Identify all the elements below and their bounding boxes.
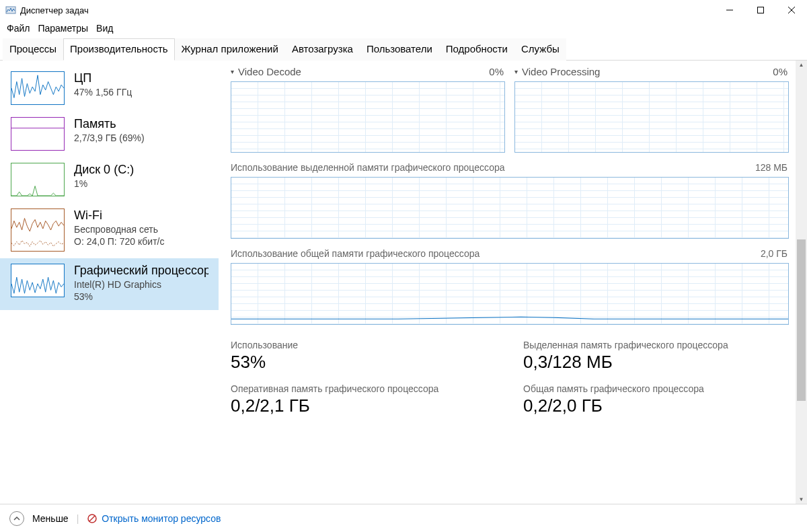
video-decode-label[interactable]: Video Decode	[238, 66, 489, 77]
tabs: Процессы Производительность Журнал прило…	[0, 38, 807, 61]
sidebar: ЦП 47% 1,56 ГГц Память 2,7/3,9 ГБ (69%)	[0, 61, 219, 504]
gpu-thumb-chart	[11, 264, 65, 297]
scrollbar-thumb[interactable]	[797, 239, 806, 401]
chevron-down-icon[interactable]: ▾	[231, 68, 234, 75]
dedicated-mem-max: 128 МБ	[755, 162, 787, 173]
open-resource-monitor-link[interactable]: Открыть монитор ресурсов	[87, 513, 221, 524]
svg-rect-2	[758, 7, 764, 13]
video-decode-value: 0%	[489, 66, 504, 77]
stat-shared-value: 0,2/2,0 ГБ	[523, 395, 789, 416]
tab-startup[interactable]: Автозагрузка	[285, 38, 360, 61]
vertical-scrollbar[interactable]: ▲ ▼	[796, 61, 807, 504]
tab-services[interactable]: Службы	[514, 38, 566, 61]
stat-dedicated-value: 0,3/128 МБ	[523, 352, 789, 373]
dedicated-mem-graph[interactable]	[231, 177, 789, 239]
chevron-down-icon[interactable]: ▾	[514, 68, 518, 75]
memory-sub: 2,7/3,9 ГБ (69%)	[74, 132, 145, 145]
titlebar: Диспетчер задач	[0, 0, 807, 20]
menubar: Файл Параметры Вид	[0, 20, 807, 38]
sidebar-item-disk[interactable]: Диск 0 (C:) 1%	[0, 157, 219, 203]
tab-users[interactable]: Пользователи	[360, 38, 439, 61]
scroll-up-icon[interactable]: ▲	[799, 62, 804, 68]
scroll-down-icon[interactable]: ▼	[799, 496, 804, 502]
sidebar-item-wifi[interactable]: Wi-Fi Беспроводная сеть О: 24,0 П: 720 к…	[0, 203, 219, 258]
cpu-sub: 47% 1,56 ГГц	[74, 86, 132, 99]
minimize-button[interactable]	[714, 0, 745, 20]
tab-processes[interactable]: Процессы	[3, 38, 63, 61]
close-button[interactable]	[776, 0, 807, 20]
video-processing-label[interactable]: Video Processing	[522, 66, 773, 77]
body: ЦП 47% 1,56 ГГц Память 2,7/3,9 ГБ (69%)	[0, 61, 807, 504]
disk-title: Диск 0 (C:)	[74, 163, 134, 178]
stat-utilization-label: Использование	[231, 340, 496, 350]
memory-thumb-chart	[11, 117, 65, 151]
open-resource-monitor-label: Открыть монитор ресурсов	[102, 513, 221, 524]
video-processing-value: 0%	[773, 66, 787, 77]
tab-performance[interactable]: Производительность	[63, 38, 175, 61]
cpu-thumb-chart	[11, 71, 65, 105]
sidebar-item-cpu[interactable]: ЦП 47% 1,56 ГГц	[0, 66, 219, 112]
video-decode-graph[interactable]	[231, 81, 505, 153]
tab-details[interactable]: Подробности	[439, 38, 514, 61]
app-icon	[5, 5, 16, 15]
cpu-title: ЦП	[74, 71, 132, 86]
wifi-sub2: О: 24,0 П: 720 кбит/с	[74, 235, 164, 248]
stat-gpuram-value: 0,2/2,1 ГБ	[231, 395, 496, 416]
shared-mem-graph[interactable]	[231, 263, 789, 325]
chevron-up-icon	[13, 515, 20, 522]
disk-sub: 1%	[74, 178, 134, 190]
wifi-title: Wi-Fi	[74, 208, 164, 223]
fewer-details-label[interactable]: Меньше	[32, 513, 69, 524]
menu-view[interactable]: Вид	[96, 23, 113, 34]
gpu-sub: Intel(R) HD Graphics	[74, 278, 208, 291]
menu-file[interactable]: Файл	[7, 23, 30, 34]
wifi-sub: Беспроводная сеть	[74, 223, 164, 236]
stat-dedicated-label: Выделенная память графического процессор…	[523, 340, 789, 350]
sidebar-item-gpu[interactable]: Графический процессор 0 Intel(R) HD Grap…	[0, 258, 219, 310]
menu-options[interactable]: Параметры	[38, 23, 88, 34]
detail-scroll: ▾ Video Decode 0% ▾ Video Processing 0%	[219, 61, 796, 504]
stat-utilization-value: 53%	[231, 352, 496, 373]
tab-app-history[interactable]: Журнал приложений	[175, 38, 285, 61]
collapse-button[interactable]	[9, 511, 24, 526]
video-processing-graph[interactable]	[514, 81, 789, 153]
stats-grid: Использование 53% Оперативная память гра…	[231, 325, 789, 434]
wifi-thumb-chart	[11, 208, 65, 252]
details-panel: ▾ Video Decode 0% ▾ Video Processing 0%	[219, 61, 807, 504]
shared-mem-label: Использование общей памяти графического …	[231, 248, 761, 259]
gpu-title: Графический процессор 0	[74, 264, 208, 278]
disk-thumb-chart	[11, 163, 65, 196]
svg-line-7	[89, 516, 95, 521]
window-title: Диспетчер задач	[20, 5, 89, 15]
separator: |	[77, 513, 79, 524]
maximize-button[interactable]	[745, 0, 776, 20]
footer: Меньше | Открыть монитор ресурсов	[0, 504, 807, 532]
memory-title: Память	[74, 117, 145, 132]
shared-mem-max: 2,0 ГБ	[761, 248, 787, 259]
resource-monitor-icon	[87, 513, 98, 524]
task-manager-window: Диспетчер задач Файл Параметры Вид Проце…	[0, 0, 807, 532]
stat-gpuram-label: Оперативная память графического процессо…	[231, 383, 496, 394]
chart-video-decode: ▾ Video Decode 0%	[231, 63, 505, 153]
stat-shared-label: Общая память графического процессора	[523, 383, 789, 394]
sidebar-item-memory[interactable]: Память 2,7/3,9 ГБ (69%)	[0, 112, 219, 157]
chart-video-processing: ▾ Video Processing 0%	[514, 63, 789, 153]
dedicated-mem-label: Использование выделенной памяти графичес…	[231, 162, 755, 173]
gpu-sub2: 53%	[74, 291, 208, 303]
